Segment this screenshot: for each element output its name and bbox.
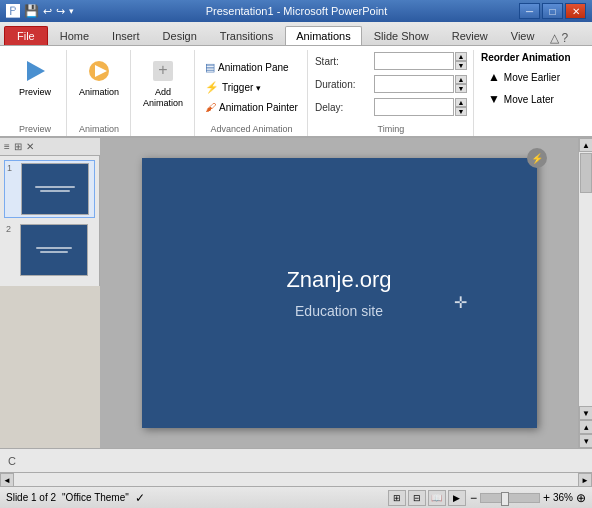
- scroll-thumb-v[interactable]: [580, 153, 592, 193]
- spellcheck-icon[interactable]: ✓: [135, 491, 145, 505]
- tab-home[interactable]: Home: [49, 26, 100, 45]
- slide-sorter-button[interactable]: ⊟: [408, 490, 426, 506]
- tab-insert[interactable]: Insert: [101, 26, 151, 45]
- animation-content: Animation: [74, 52, 124, 122]
- animation-button[interactable]: Animation: [74, 52, 124, 101]
- quick-save[interactable]: 💾: [24, 4, 39, 18]
- timing-content: Start: ▲ ▼ Duration: ▲ ▼: [315, 52, 467, 122]
- notes-tab-label[interactable]: C: [8, 455, 16, 467]
- tab-design[interactable]: Design: [152, 26, 208, 45]
- cursor-indicator: ✛: [454, 293, 467, 312]
- duration-input[interactable]: [374, 75, 454, 93]
- tab-review[interactable]: Review: [441, 26, 499, 45]
- tab-file[interactable]: File: [4, 26, 48, 45]
- close-button[interactable]: ✕: [565, 3, 586, 19]
- preview-content: Preview: [10, 52, 60, 122]
- ribbon-help[interactable]: ?: [561, 31, 568, 45]
- zoom-out-button[interactable]: −: [470, 491, 477, 505]
- start-up[interactable]: ▲: [455, 52, 467, 61]
- move-later-label: Move Later: [504, 94, 554, 105]
- scroll-extra-up[interactable]: ▴: [579, 420, 592, 434]
- scroll-track-v[interactable]: [579, 152, 592, 406]
- animation-pane-button[interactable]: ▤ Animation Pane: [200, 58, 303, 77]
- slide-thumb-1[interactable]: 1: [4, 160, 95, 218]
- panel-close-icon[interactable]: ✕: [26, 141, 34, 152]
- svg-text:+: +: [158, 61, 167, 78]
- panel-slides-icon[interactable]: ⊞: [14, 141, 22, 152]
- scroll-up-button[interactable]: ▲: [579, 138, 592, 152]
- maximize-button[interactable]: □: [542, 3, 563, 19]
- slide-panel-container: ≡ ⊞ ✕ 1 2: [0, 138, 100, 448]
- quick-undo[interactable]: ↩: [43, 5, 52, 18]
- fit-button[interactable]: ⊕: [576, 491, 586, 505]
- status-left: Slide 1 of 2 "Office Theme" ✓: [6, 491, 145, 505]
- quick-redo[interactable]: ↪: [56, 5, 65, 18]
- animation-label: Animation: [79, 87, 119, 98]
- scroll-extra-down[interactable]: ▾: [579, 434, 592, 448]
- zoom-slider-thumb[interactable]: [501, 492, 509, 506]
- start-input[interactable]: [374, 52, 454, 70]
- zoom-slider[interactable]: [480, 493, 540, 503]
- duration-label: Duration:: [315, 79, 370, 90]
- duration-down[interactable]: ▼: [455, 84, 467, 93]
- tab-transitions[interactable]: Transitions: [209, 26, 284, 45]
- trigger-button[interactable]: ⚡ Trigger ▾: [200, 78, 303, 97]
- delay-down[interactable]: ▼: [455, 107, 467, 116]
- start-spinner: ▲ ▼: [455, 52, 467, 70]
- move-later-icon: ▼: [488, 92, 500, 106]
- delay-input[interactable]: [374, 98, 454, 116]
- zoom-level: 36%: [553, 492, 573, 503]
- panel-outline-icon[interactable]: ≡: [4, 141, 10, 152]
- duration-up[interactable]: ▲: [455, 75, 467, 84]
- ribbon-group-timing: Start: ▲ ▼ Duration: ▲ ▼: [309, 50, 474, 136]
- move-earlier-button[interactable]: ▲ Move Earlier: [481, 67, 571, 87]
- scroll-down-button[interactable]: ▼: [579, 406, 592, 420]
- panel-controls: ≡ ⊞ ✕: [0, 138, 100, 156]
- delay-up[interactable]: ▲: [455, 98, 467, 107]
- preview-icon: [19, 55, 51, 87]
- ribbon-expand[interactable]: △: [550, 31, 559, 45]
- animation-pane-icon: ▤: [205, 61, 215, 74]
- ribbon-group-animation: Animation Animation: [68, 50, 131, 136]
- ribbon-group-preview: Preview Preview: [4, 50, 67, 136]
- tab-slideshow[interactable]: Slide Show: [363, 26, 440, 45]
- notes-tab-row: C: [0, 448, 592, 472]
- preview-button[interactable]: Preview: [10, 52, 60, 101]
- animation-icon: [83, 55, 115, 87]
- animation-painter-button[interactable]: 🖌 Animation Painter: [200, 98, 303, 116]
- duration-row: Duration: ▲ ▼: [315, 75, 467, 93]
- slide-count: Slide 1 of 2: [6, 492, 56, 503]
- scroll-track-h[interactable]: [14, 473, 578, 486]
- scroll-left-button[interactable]: ◄: [0, 473, 14, 487]
- title-bar-left: 🅿 💾 ↩ ↪ ▾: [6, 3, 74, 19]
- move-later-button[interactable]: ▼ Move Later: [481, 89, 571, 109]
- add-animation-button[interactable]: + AddAnimation: [138, 52, 188, 112]
- slideshow-button[interactable]: ▶: [448, 490, 466, 506]
- theme-name: "Office Theme": [62, 492, 129, 503]
- minimize-button[interactable]: ─: [519, 3, 540, 19]
- normal-view-button[interactable]: ⊞: [388, 490, 406, 506]
- delay-spinner: ▲ ▼: [455, 98, 467, 116]
- timing-group-label: Timing: [378, 122, 405, 134]
- status-bar: Slide 1 of 2 "Office Theme" ✓ ⊞ ⊟ 📖 ▶ − …: [0, 486, 592, 508]
- reorder-title: Reorder Animation: [481, 52, 571, 63]
- slide-thumb-2[interactable]: 2: [4, 222, 95, 278]
- start-label: Start:: [315, 56, 370, 67]
- animation-painter-icon: 🖌: [205, 101, 216, 113]
- slide-panel: 1 2: [0, 156, 100, 286]
- view-buttons: ⊞ ⊟ 📖 ▶: [388, 490, 466, 506]
- preview-line-1: [35, 186, 75, 188]
- slide-canvas[interactable]: Znanje.org Education site ✛ ⚡: [142, 158, 537, 428]
- slide-content-area: Znanje.org Education site ✛ ⚡: [100, 138, 578, 448]
- tab-animations[interactable]: Animations: [285, 26, 361, 45]
- tab-view[interactable]: View: [500, 26, 546, 45]
- add-animation-label: AddAnimation: [143, 87, 183, 109]
- ribbon-group-reorder: Reorder Animation ▲ Move Earlier ▼ Move …: [475, 50, 577, 136]
- start-down[interactable]: ▼: [455, 61, 467, 70]
- ribbon-group-add-animation: + AddAnimation: [132, 50, 195, 136]
- reading-view-button[interactable]: 📖: [428, 490, 446, 506]
- zoom-in-button[interactable]: +: [543, 491, 550, 505]
- delay-label: Delay:: [315, 102, 370, 113]
- preview-line-4: [40, 251, 68, 253]
- scroll-right-button[interactable]: ►: [578, 473, 592, 487]
